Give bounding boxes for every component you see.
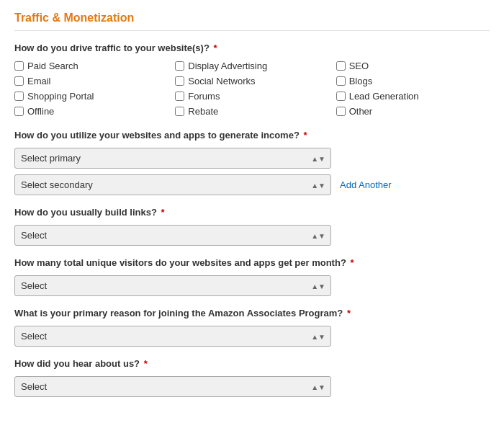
checkbox-item-rebate[interactable]: Rebate xyxy=(175,106,328,117)
income-primary-row: Select primary ▲▼ xyxy=(14,148,490,169)
label-seo[interactable]: SEO xyxy=(349,61,369,71)
visitors-question-label: How many total unique visitors do your w… xyxy=(14,257,490,268)
visitors-question-block: How many total unique visitors do your w… xyxy=(14,257,490,296)
checkbox-shopping-portal[interactable] xyxy=(14,92,24,101)
label-email[interactable]: Email xyxy=(27,76,51,86)
add-another-button[interactable]: Add Another xyxy=(340,179,392,190)
label-social-networks[interactable]: Social Networks xyxy=(188,76,255,86)
checkbox-item-lead-generation[interactable]: Lead Generation xyxy=(336,91,490,102)
label-lead-generation[interactable]: Lead Generation xyxy=(349,91,419,102)
checkbox-blogs[interactable] xyxy=(336,76,346,86)
label-paid-search[interactable]: Paid Search xyxy=(27,61,78,71)
income-primary-select[interactable]: Select primary xyxy=(14,148,331,169)
section-title: Traffic & Monetization xyxy=(14,12,490,31)
income-question-block: How do you utilize your websites and app… xyxy=(14,130,490,195)
links-question-block: How do you usually build links? * Select… xyxy=(14,207,490,246)
visitors-select-row: Select ▲▼ xyxy=(14,275,490,296)
income-question-label: How do you utilize your websites and app… xyxy=(14,130,490,141)
label-blogs[interactable]: Blogs xyxy=(349,76,373,86)
label-other[interactable]: Other xyxy=(349,106,373,117)
checkbox-item-other[interactable]: Other xyxy=(336,106,490,117)
visitors-select[interactable]: Select xyxy=(14,275,331,296)
label-rebate[interactable]: Rebate xyxy=(188,106,218,117)
checkbox-item-social-networks[interactable]: Social Networks xyxy=(175,76,328,86)
links-select[interactable]: Select xyxy=(14,225,331,246)
income-primary-wrapper[interactable]: Select primary ▲▼ xyxy=(14,148,331,169)
hear-select-wrapper[interactable]: Select ▲▼ xyxy=(14,376,331,397)
checkbox-item-email[interactable]: Email xyxy=(14,76,168,86)
reason-question-label: What is your primary reason for joining … xyxy=(14,308,490,318)
reason-question-block: What is your primary reason for joining … xyxy=(14,308,490,347)
checkbox-offline[interactable] xyxy=(14,107,24,116)
checkbox-item-offline[interactable]: Offline xyxy=(14,106,168,117)
checkbox-item-display-advertising[interactable]: Display Advertising xyxy=(175,61,328,71)
income-secondary-select[interactable]: Select secondary xyxy=(14,174,331,195)
hear-question-block: How did you hear about us? * Select ▲▼ xyxy=(14,358,490,397)
checkbox-item-shopping-portal[interactable]: Shopping Portal xyxy=(14,91,168,102)
label-offline[interactable]: Offline xyxy=(27,106,54,117)
checkbox-forums[interactable] xyxy=(175,92,184,101)
checkbox-social-networks[interactable] xyxy=(175,76,184,86)
traffic-question-block: How do you drive traffic to your website… xyxy=(14,43,490,117)
links-select-wrapper[interactable]: Select ▲▼ xyxy=(14,225,331,246)
checkbox-other[interactable] xyxy=(336,107,346,116)
checkbox-seo[interactable] xyxy=(336,61,346,71)
traffic-question-label: How do you drive traffic to your website… xyxy=(14,43,490,53)
income-secondary-row: Select secondary ▲▼ Add Another xyxy=(14,174,490,195)
checkbox-item-paid-search[interactable]: Paid Search xyxy=(14,61,168,71)
checkbox-lead-generation[interactable] xyxy=(336,92,346,101)
links-select-row: Select ▲▼ xyxy=(14,225,490,246)
reason-select[interactable]: Select xyxy=(14,326,331,347)
checkbox-item-forums[interactable]: Forums xyxy=(175,91,328,102)
reason-select-wrapper[interactable]: Select ▲▼ xyxy=(14,326,331,347)
hear-select-row: Select ▲▼ xyxy=(14,376,490,397)
label-display-advertising[interactable]: Display Advertising xyxy=(188,61,267,71)
checkbox-display-advertising[interactable] xyxy=(175,61,184,71)
traffic-checkbox-grid: Paid Search Display Advertising SEO Emai… xyxy=(14,61,490,117)
label-shopping-portal[interactable]: Shopping Portal xyxy=(27,91,94,102)
hear-select[interactable]: Select xyxy=(14,376,331,397)
hear-question-label: How did you hear about us? * xyxy=(14,358,490,369)
checkbox-item-seo[interactable]: SEO xyxy=(336,61,490,71)
reason-select-row: Select ▲▼ xyxy=(14,326,490,347)
checkbox-rebate[interactable] xyxy=(175,107,184,116)
checkbox-email[interactable] xyxy=(14,76,24,86)
checkbox-paid-search[interactable] xyxy=(14,61,24,71)
links-question-label: How do you usually build links? * xyxy=(14,207,490,218)
visitors-select-wrapper[interactable]: Select ▲▼ xyxy=(14,275,331,296)
income-secondary-wrapper[interactable]: Select secondary ▲▼ xyxy=(14,174,331,195)
checkbox-item-blogs[interactable]: Blogs xyxy=(336,76,490,86)
label-forums[interactable]: Forums xyxy=(188,91,220,102)
